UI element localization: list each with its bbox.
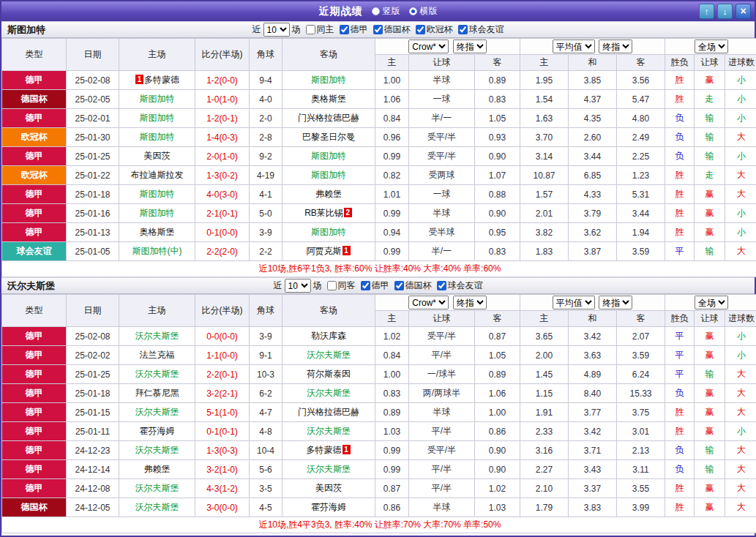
layout-mode-horizontal[interactable]: 横版 bbox=[409, 5, 438, 18]
euro-home-odds: 1.54 bbox=[520, 90, 569, 109]
league-checkbox[interactable] bbox=[416, 25, 425, 34]
col-header-away: 客场 bbox=[282, 295, 375, 327]
team-link[interactable]: 斯图加特 bbox=[311, 151, 346, 161]
asia-home-odds: 0.83 bbox=[375, 384, 409, 403]
league-checkbox[interactable] bbox=[394, 281, 404, 290]
match-count-select[interactable]: 10 bbox=[263, 23, 290, 37]
handicap-result: 输 bbox=[695, 460, 725, 479]
league-filter[interactable]: 德甲 bbox=[361, 279, 389, 292]
team-link[interactable]: 沃尔夫斯堡 bbox=[307, 464, 351, 474]
league-checkbox[interactable] bbox=[373, 25, 383, 34]
same-venue-filter[interactable]: 同客 bbox=[327, 279, 356, 292]
average-select[interactable]: 平均值 bbox=[553, 40, 595, 53]
team-link[interactable]: 沃尔夫斯堡 bbox=[307, 426, 351, 436]
league-checkbox[interactable] bbox=[340, 25, 349, 34]
team-link[interactable]: 布拉迪斯拉发 bbox=[131, 170, 184, 180]
team-link[interactable]: 门兴格拉德巴赫 bbox=[298, 407, 359, 417]
league-filter[interactable]: 球会友谊 bbox=[437, 279, 483, 292]
team-link[interactable]: 斯图加特 bbox=[140, 132, 175, 142]
league-checkbox[interactable] bbox=[361, 281, 370, 290]
team-link[interactable]: 荷尔斯泰因 bbox=[307, 369, 351, 379]
match-date: 24-12-23 bbox=[67, 441, 119, 460]
handicap-result: 赢 bbox=[695, 223, 725, 242]
league-badge: 德甲 bbox=[2, 147, 67, 166]
final-index-select-2[interactable]: 终指 bbox=[599, 40, 632, 53]
team-link[interactable]: 巴黎圣日尔曼 bbox=[302, 132, 355, 142]
handicap-result: 走 bbox=[695, 166, 725, 185]
league-checkbox[interactable] bbox=[437, 281, 446, 290]
team-link[interactable]: 斯图加特 bbox=[311, 75, 346, 85]
euro-away-odds: 3.59 bbox=[617, 346, 665, 365]
team-link[interactable]: 沃尔夫斯堡 bbox=[307, 350, 351, 360]
asia-home-odds: 1.06 bbox=[375, 90, 409, 109]
league-filter[interactable]: 德国杯 bbox=[394, 279, 432, 292]
team-link[interactable]: 斯图加特 bbox=[140, 208, 175, 218]
team-link[interactable]: 门兴格拉德巴赫 bbox=[298, 113, 359, 123]
team-link[interactable]: 法兰克福 bbox=[140, 350, 175, 360]
league-checkbox[interactable] bbox=[458, 25, 468, 34]
col-header-asia-home: 主 bbox=[375, 311, 409, 327]
team-link[interactable]: 斯图加特 bbox=[140, 189, 175, 199]
team-link[interactable]: 沃尔夫斯堡 bbox=[135, 445, 179, 455]
team-link[interactable]: 沃尔夫斯堡 bbox=[135, 369, 179, 379]
match-count-select[interactable]: 10 bbox=[285, 279, 311, 293]
euro-home-odds: 2.00 bbox=[520, 346, 569, 365]
team-link[interactable]: 美因茨 bbox=[315, 483, 342, 493]
final-index-select[interactable]: 终指 bbox=[453, 296, 487, 309]
team-link[interactable]: 斯图加特(中) bbox=[132, 246, 182, 256]
euro-draw-odds: 3.87 bbox=[569, 242, 617, 261]
team-link[interactable]: 霍芬海姆 bbox=[140, 426, 175, 436]
score: 1-1(0-0) bbox=[195, 346, 250, 365]
team-link[interactable]: 阿贾克斯 bbox=[307, 246, 342, 256]
team-link[interactable]: 沃尔夫斯堡 bbox=[135, 331, 179, 341]
full-match-select[interactable]: 全场 bbox=[695, 296, 728, 309]
league-filter[interactable]: 德国杯 bbox=[373, 23, 411, 36]
team-link[interactable]: 奥格斯堡 bbox=[140, 227, 175, 237]
team-link[interactable]: 奥格斯堡 bbox=[311, 94, 346, 104]
asia-away-odds: 1.05 bbox=[475, 109, 520, 128]
team-link[interactable]: 弗赖堡 bbox=[144, 464, 171, 474]
team-link[interactable]: 沃尔夫斯堡 bbox=[307, 388, 351, 398]
league-filter[interactable]: 德甲 bbox=[340, 23, 368, 36]
team-link[interactable]: 斯图加特 bbox=[311, 227, 346, 237]
team-link[interactable]: 弗赖堡 bbox=[315, 189, 342, 199]
full-match-select[interactable]: 全场 bbox=[695, 40, 728, 53]
same-venue-filter[interactable]: 同主 bbox=[306, 23, 334, 36]
home-team-cell: 沃尔夫斯堡 bbox=[119, 479, 195, 498]
team-link[interactable]: 美因茨 bbox=[144, 151, 171, 161]
corner-score: 4-19 bbox=[250, 166, 282, 185]
team-link[interactable]: 斯图加特 bbox=[140, 113, 175, 123]
move-up-button[interactable]: ↑ bbox=[699, 4, 714, 19]
col-header-corner: 角球 bbox=[250, 39, 282, 71]
team-link[interactable]: 拜仁慕尼黑 bbox=[135, 388, 179, 398]
team-link[interactable]: 沃尔夫斯堡 bbox=[135, 502, 179, 512]
team-link[interactable]: 斯图加特 bbox=[140, 94, 175, 104]
match-row: 德甲24-12-14弗赖堡3-2(1-0)5-6沃尔夫斯堡0.99平/半0.90… bbox=[2, 460, 756, 479]
team-link[interactable]: 霍芬海姆 bbox=[311, 502, 346, 512]
euro-away-odds: 3.99 bbox=[617, 498, 665, 517]
league-filter[interactable]: 欧冠杯 bbox=[416, 23, 453, 36]
bookmaker-select[interactable]: Crow* bbox=[408, 40, 449, 53]
euro-draw-odds: 3.79 bbox=[569, 204, 617, 223]
average-select[interactable]: 平均值 bbox=[553, 296, 595, 309]
team-link[interactable]: 多特蒙德 bbox=[307, 445, 342, 455]
league-filter[interactable]: 球会友谊 bbox=[458, 23, 504, 36]
team-link[interactable]: 沃尔夫斯堡 bbox=[135, 483, 179, 493]
move-down-button[interactable]: ↓ bbox=[717, 4, 733, 19]
home-team-cell: 沃尔夫斯堡 bbox=[119, 327, 195, 346]
matches-tbody: 德甲25-02-081多特蒙德1-2(0-0)9-4斯图加特1.00半球0.89… bbox=[2, 71, 756, 261]
same-venue-checkbox[interactable] bbox=[306, 25, 315, 34]
close-button[interactable]: × bbox=[736, 4, 751, 19]
team-link[interactable]: 勒沃库森 bbox=[311, 331, 346, 341]
layout-mode-vertical[interactable]: 竖版 bbox=[372, 5, 400, 18]
asia-away-odds: 0.87 bbox=[475, 327, 520, 346]
same-venue-checkbox[interactable] bbox=[327, 281, 337, 290]
final-index-select[interactable]: 终指 bbox=[453, 40, 487, 53]
team-link[interactable]: 沃尔夫斯堡 bbox=[135, 407, 179, 417]
final-index-select-2[interactable]: 终指 bbox=[599, 296, 632, 309]
bookmaker-select[interactable]: Crow* bbox=[408, 296, 449, 309]
handicap-result: 赢 bbox=[695, 185, 725, 204]
team-link[interactable]: 多特蒙德 bbox=[144, 75, 179, 85]
team-link[interactable]: RB莱比锡 bbox=[304, 208, 343, 218]
team-link[interactable]: 斯图加特 bbox=[311, 170, 346, 180]
